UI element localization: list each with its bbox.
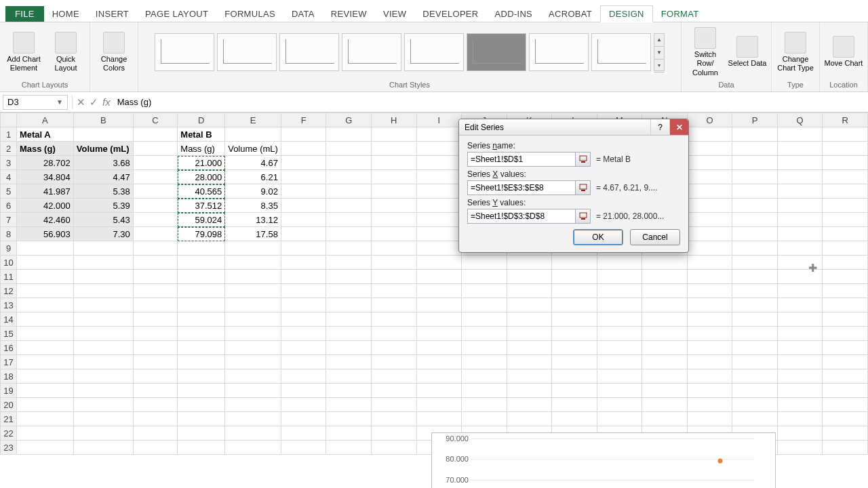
cell-D2[interactable]: Mass (g)	[178, 142, 225, 156]
cell-H11[interactable]	[371, 270, 416, 284]
change-chart-type-button[interactable]: Change Chart Type	[776, 32, 815, 73]
ribbon-tab-page-layout[interactable]: PAGE LAYOUT	[137, 6, 216, 22]
column-header-E[interactable]: E	[225, 113, 281, 127]
cell-R20[interactable]	[823, 398, 868, 412]
cell-C1[interactable]	[133, 127, 178, 142]
cell-M18[interactable]	[597, 369, 642, 384]
cell-J18[interactable]	[462, 369, 507, 384]
cell-O5[interactable]	[687, 184, 732, 199]
cell-G19[interactable]	[326, 384, 372, 398]
cell-O20[interactable]	[687, 398, 732, 412]
cell-B21[interactable]	[73, 412, 133, 426]
cell-F4[interactable]	[281, 170, 326, 184]
cell-R22[interactable]	[823, 426, 868, 441]
enter-formula-icon[interactable]: ✓	[90, 96, 98, 108]
cell-Q22[interactable]	[777, 426, 823, 441]
cell-R7[interactable]	[823, 213, 868, 227]
cell-F15[interactable]	[281, 327, 326, 341]
cell-A7[interactable]: 42.460	[16, 213, 73, 227]
cell-I5[interactable]	[416, 184, 461, 199]
cell-D15[interactable]	[178, 327, 225, 341]
chart-style-7[interactable]	[529, 33, 589, 71]
cell-H7[interactable]	[371, 213, 416, 227]
row-header-8[interactable]: 8	[1, 227, 17, 241]
cell-Q23[interactable]	[777, 441, 823, 455]
cell-K11[interactable]	[507, 270, 552, 284]
cell-C19[interactable]	[133, 384, 178, 398]
cell-O1[interactable]	[687, 127, 732, 142]
cell-K13[interactable]	[507, 298, 552, 312]
chart-style-5[interactable]	[404, 33, 464, 71]
cell-C8[interactable]	[133, 227, 178, 241]
cell-H19[interactable]	[371, 384, 416, 398]
cell-P16[interactable]	[732, 341, 778, 355]
cell-P15[interactable]	[732, 327, 778, 341]
cell-Q5[interactable]	[777, 184, 823, 199]
ribbon-tab-home[interactable]: HOME	[44, 6, 87, 22]
cell-I1[interactable]	[416, 127, 461, 142]
dialog-help-button[interactable]: ?	[650, 119, 669, 135]
cell-J15[interactable]	[462, 327, 507, 341]
cell-I20[interactable]	[416, 398, 461, 412]
cell-A4[interactable]: 34.804	[16, 170, 73, 184]
cell-R17[interactable]	[823, 355, 868, 369]
cell-I4[interactable]	[416, 170, 461, 184]
cell-A12[interactable]	[16, 284, 73, 298]
cell-P2[interactable]	[732, 142, 778, 156]
cell-D5[interactable]: 40.565	[178, 184, 225, 199]
cell-R9[interactable]	[823, 241, 868, 256]
row-header-12[interactable]: 12	[1, 284, 17, 298]
cell-P1[interactable]	[732, 127, 778, 142]
cell-E12[interactable]	[225, 284, 281, 298]
cell-R1[interactable]	[823, 127, 868, 142]
row-header-22[interactable]: 22	[1, 426, 17, 441]
series-y-input[interactable]	[468, 209, 575, 223]
column-header-O[interactable]: O	[687, 113, 732, 127]
cell-P20[interactable]	[732, 398, 778, 412]
switch-row-column-button[interactable]: Switch Row/ Column	[686, 27, 725, 77]
cell-H9[interactable]	[371, 241, 416, 256]
cell-P5[interactable]	[732, 184, 778, 199]
cell-B20[interactable]	[73, 398, 133, 412]
cell-Q10[interactable]	[777, 256, 823, 270]
cell-R19[interactable]	[823, 384, 868, 398]
cell-P9[interactable]	[732, 241, 778, 256]
ribbon-tab-review[interactable]: REVIEW	[323, 6, 375, 22]
cell-B22[interactable]	[73, 426, 133, 441]
cell-M12[interactable]	[597, 284, 642, 298]
cell-L11[interactable]	[552, 270, 597, 284]
cell-B2[interactable]: Volume (mL)	[73, 142, 133, 156]
cell-Q7[interactable]	[777, 213, 823, 227]
cell-F22[interactable]	[281, 426, 326, 441]
cell-C11[interactable]	[133, 270, 178, 284]
cell-F6[interactable]	[281, 199, 326, 213]
chart-style-8[interactable]	[591, 33, 651, 71]
cell-Q3[interactable]	[777, 156, 823, 170]
cell-I6[interactable]	[416, 199, 461, 213]
column-header-I[interactable]: I	[416, 113, 461, 127]
cell-I2[interactable]	[416, 142, 461, 156]
cell-M14[interactable]	[597, 312, 642, 327]
row-header-2[interactable]: 2	[1, 142, 17, 156]
cell-C10[interactable]	[133, 256, 178, 270]
chart-style-6[interactable]	[467, 33, 526, 71]
row-header-5[interactable]: 5	[1, 184, 17, 199]
row-header-4[interactable]: 4	[1, 170, 17, 184]
cell-M15[interactable]	[597, 327, 642, 341]
select-data-button[interactable]: Select Data	[728, 36, 767, 68]
cell-E8[interactable]: 17.58	[225, 227, 281, 241]
cell-C23[interactable]	[133, 441, 178, 455]
cell-R2[interactable]	[823, 142, 868, 156]
cell-F2[interactable]	[281, 142, 326, 156]
cell-J20[interactable]	[462, 398, 507, 412]
column-header-A[interactable]: A	[16, 113, 73, 127]
cell-D11[interactable]	[178, 270, 225, 284]
cell-O10[interactable]	[687, 256, 732, 270]
cell-A2[interactable]: Mass (g)	[16, 142, 73, 156]
series-x-ref-button[interactable]	[575, 181, 590, 195]
cell-C3[interactable]	[133, 156, 178, 170]
cell-O19[interactable]	[687, 384, 732, 398]
cell-R12[interactable]	[823, 284, 868, 298]
cell-P11[interactable]	[732, 270, 778, 284]
cell-H16[interactable]	[371, 341, 416, 355]
